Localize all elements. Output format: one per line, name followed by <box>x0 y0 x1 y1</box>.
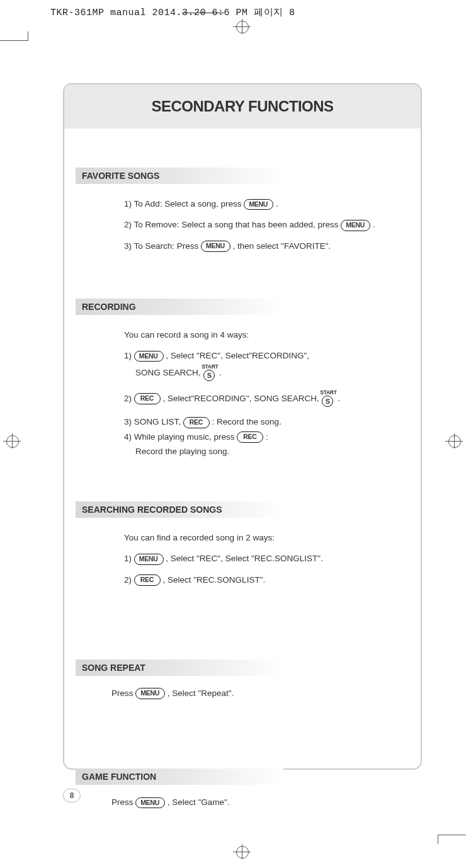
repeat-l1b: , Select "Repeat". <box>168 688 234 698</box>
menu-button-icon: MENU <box>134 554 164 565</box>
section-heading-searching: SEARCHING RECORDED SONGS <box>76 501 283 518</box>
crop-mark-top-left <box>0 31 31 50</box>
section-heading-game: GAME FUNCTION <box>76 768 283 785</box>
header-strike: 3.20 6: <box>182 8 224 18</box>
fav-l1b: . <box>276 199 278 208</box>
game-l1a: Press <box>111 797 134 807</box>
start-button-icon: START S <box>321 390 335 408</box>
menu-button-icon: MENU <box>201 241 230 252</box>
title-bar: SECONDARY FUNCTIONS <box>64 84 421 128</box>
rec-l4a: 4) While playing music, press <box>124 432 235 442</box>
search-intro: You can find a recorded song in 2 ways: <box>124 532 402 544</box>
search-l1b: , Select "REC", Select "REC.SONGLIST". <box>166 554 323 563</box>
rec-l2a: 2) <box>124 394 132 403</box>
menu-button-icon: MENU <box>244 199 273 210</box>
fav-l2a: 2) To Remove: Select a song that has bee… <box>124 220 338 229</box>
rec-button-icon: REC <box>134 393 161 404</box>
start-button-icon: START S <box>203 364 217 382</box>
section-body-searching: You can find a recorded song in 2 ways: … <box>64 518 421 600</box>
section-body-recording: You can record a song in 4 ways: 1) MENU… <box>64 315 421 471</box>
rec-button-icon: REC <box>134 574 161 586</box>
registration-mark-top <box>233 19 251 34</box>
section-heading-favorite: FAVORITE SONGS <box>76 168 283 184</box>
rec-button-icon: REC <box>237 431 263 443</box>
rec-intro: You can record a song in 4 ways: <box>124 329 402 341</box>
search-l1a: 1) <box>124 554 132 563</box>
menu-button-icon: MENU <box>341 220 370 231</box>
search-l2b: , Select "REC.SONGLIST". <box>163 575 266 585</box>
section-body-favorite: 1) To Add: Select a song, press MENU . 2… <box>64 184 421 266</box>
page-title: SECONDARY FUNCTIONS <box>151 98 333 115</box>
page-number: 8 <box>63 789 81 802</box>
rec-l1a: 1) <box>124 351 132 360</box>
search-l2a: 2) <box>124 575 132 585</box>
section-body-game: Press MENU , Select "Game". <box>64 785 421 822</box>
fav-l2b: . <box>373 220 375 229</box>
page-header-meta: TKR-361MP manual 2014.3.20 6:6 PM 페이지 8 <box>50 6 295 18</box>
fav-l3a: 3) To Search: Press <box>124 241 198 251</box>
repeat-l1a: Press <box>111 688 134 698</box>
section-heading-repeat: SONG REPEAT <box>76 660 283 676</box>
rec-l3b: : Record the song. <box>212 417 281 426</box>
menu-button-icon: MENU <box>135 688 165 699</box>
menu-button-icon: MENU <box>135 797 165 809</box>
rec-l4b: : <box>266 432 268 442</box>
rec-l2c: . <box>338 394 340 403</box>
rec-l3a: 3) SONG LIST, <box>124 417 181 426</box>
section-body-repeat: Press MENU , Select "Repeat". <box>64 676 421 713</box>
game-l1b: , Select "Game". <box>168 797 230 807</box>
fav-l3b: , then select "FAVORITE". <box>233 241 331 251</box>
registration-mark-bottom <box>233 844 251 859</box>
menu-button-icon: MENU <box>134 351 164 362</box>
rec-button-icon: REC <box>183 417 210 428</box>
fav-l1a: 1) To Add: Select a song, press <box>124 199 242 208</box>
rec-l1d: . <box>219 368 222 377</box>
registration-mark-left <box>3 433 21 448</box>
crop-mark-bottom-right <box>435 825 466 844</box>
rec-l1c: SONG SEARCH, <box>135 368 201 377</box>
rec-l2b: , Select"RECORDING", SONG SEARCH, <box>163 394 319 403</box>
header-suffix: 6 PM 페이지 8 <box>224 8 295 18</box>
header-prefix: TKR-361MP manual 2014. <box>50 8 182 18</box>
content-frame: SECONDARY FUNCTIONS FAVORITE SONGS 1) To… <box>63 83 422 770</box>
rec-l4c: Record the playing song. <box>124 445 402 458</box>
section-heading-recording: RECORDING <box>76 299 283 315</box>
registration-mark-right <box>445 433 463 448</box>
rec-l1b: , Select "REC", Select"RECORDING", <box>166 351 309 360</box>
